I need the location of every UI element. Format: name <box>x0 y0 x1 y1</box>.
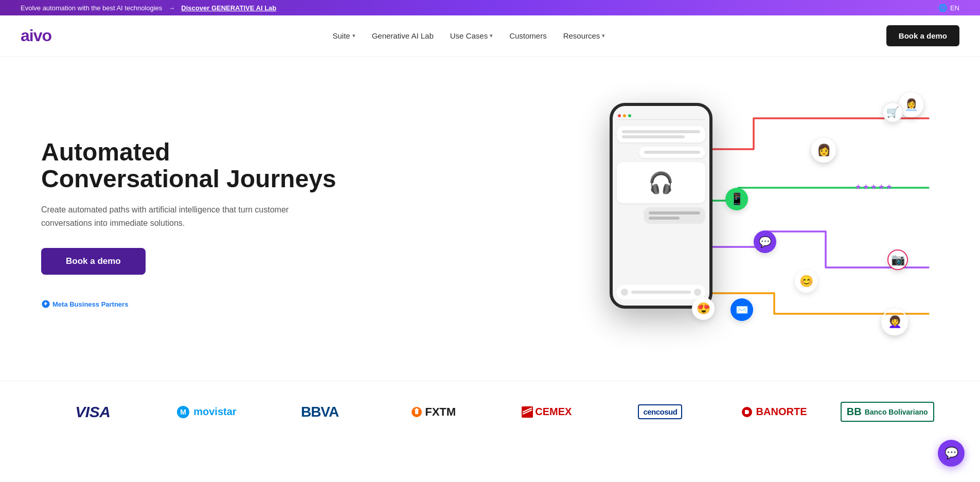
chevron-down-icon: ▾ <box>352 32 355 39</box>
chat-line <box>622 135 685 138</box>
chevron-down-icon: ▾ <box>602 32 605 39</box>
chat-line <box>649 217 680 220</box>
star-2: ★ <box>863 183 869 191</box>
nav-item-ai-lab[interactable]: Generative AI Lab <box>372 31 434 40</box>
hero-section: Automated Conversational Journeys Create… <box>0 57 980 381</box>
meta-logo: Meta Business Partners <box>41 299 128 309</box>
cemex-text: CEMEX <box>535 406 572 418</box>
messenger-symbol: ✉️ <box>736 304 749 316</box>
cencosud-logo: cencosud <box>638 404 682 419</box>
book-demo-button[interactable]: Book a demo <box>886 25 959 46</box>
phone-header <box>617 112 705 120</box>
fxtm-text: FXTM <box>425 405 456 419</box>
nav-link-customers[interactable]: Customers <box>509 31 547 40</box>
avatar-inner-2: 👩 <box>812 139 835 162</box>
movistar-icon: M <box>176 405 190 419</box>
phone-screen: 🎧 <box>613 106 709 306</box>
meta-icon <box>41 299 50 309</box>
nav-links: Suite ▾ Generative AI Lab Use Cases ▾ Cu… <box>332 31 605 40</box>
bolivariano-logo: BB Banco Bolivariano <box>841 402 934 422</box>
hero-illustration: 🎧 👩‍💼 👩 <box>579 87 949 360</box>
nav-link-use-cases[interactable]: Use Cases ▾ <box>450 31 493 40</box>
star-3: ★ <box>870 183 877 191</box>
product-bubble: 🎧 <box>617 162 705 203</box>
logo-bolivariano: BB Banco Bolivariano <box>835 402 939 422</box>
star-5: ★ <box>886 183 893 191</box>
smiley-icon: 😊 <box>799 275 813 288</box>
webchat-symbol: 💬 <box>759 236 772 248</box>
nav-link-ai-lab[interactable]: Generative AI Lab <box>372 31 434 40</box>
header-dot-red <box>618 114 621 117</box>
logo-banorte: BANORTE <box>722 406 826 418</box>
instagram-icon: 📷 <box>887 249 908 270</box>
instagram-symbol: 📷 <box>891 253 905 266</box>
header-dot-green <box>628 114 631 117</box>
avatar-inner-3: 👩‍🦱 <box>882 310 907 334</box>
navbar: aivo Suite ▾ Generative AI Lab Use Cases… <box>0 15 980 57</box>
star-4: ★ <box>878 183 885 191</box>
chat-line <box>649 211 700 215</box>
banorte-icon <box>741 406 753 418</box>
nav-link-suite[interactable]: Suite ▾ <box>332 31 355 40</box>
customer-avatar-2: 👩 <box>811 138 836 163</box>
logo-movistar: M movistar <box>155 405 258 419</box>
love-icon: 😍 <box>697 302 710 315</box>
chat-bubble-3 <box>644 207 705 224</box>
smiley-emoji: 😊 <box>795 270 817 293</box>
movistar-logo: M movistar <box>176 405 236 419</box>
logo[interactable]: aivo <box>21 26 51 45</box>
cemex-logo: CEMEX <box>522 406 572 418</box>
phone-mockup: 🎧 <box>610 103 712 309</box>
hero-subtitle: Create automated paths with artificial i… <box>41 203 309 229</box>
logos-grid: VISA M movistar BBVA FXTM <box>41 402 939 422</box>
hero-title: Automated Conversational Journeys <box>41 139 350 193</box>
bolivariano-bb: BB <box>847 406 862 418</box>
banner-text: Evolve automation with the best AI techn… <box>21 4 162 12</box>
airpods-icon: 🎧 <box>648 171 674 195</box>
logo-cencosud: cencosud <box>609 404 712 419</box>
action-dot <box>694 289 701 296</box>
meta-text: Meta Business Partners <box>52 300 128 308</box>
fxtm-logo: FXTM <box>411 405 456 419</box>
bbva-logo: BBVA <box>301 404 338 420</box>
nav-item-use-cases[interactable]: Use Cases ▾ <box>450 31 493 40</box>
visa-logo: VISA <box>75 403 110 421</box>
chevron-down-icon: ▾ <box>490 32 493 39</box>
chat-bubble-1 <box>617 126 705 142</box>
banorte-text: BANORTE <box>756 406 807 418</box>
whatsapp-icon: 📱 <box>725 188 748 210</box>
banner-arrow: → <box>168 4 175 12</box>
banner-right: 🌐 EN <box>938 4 959 12</box>
language-label[interactable]: EN <box>950 4 959 12</box>
logos-bar: VISA M movistar BBVA FXTM <box>0 381 980 442</box>
shopping-cart-icon: 🛒 <box>886 106 899 118</box>
logo-bbva: BBVA <box>268 404 371 420</box>
cart-icon: 🛒 <box>882 102 903 122</box>
svg-text:M: M <box>180 408 186 416</box>
top-banner: Evolve automation with the best AI techn… <box>0 0 980 15</box>
stars-rating: ★ ★ ★ ★ ★ <box>855 183 893 191</box>
chat-line <box>622 130 700 133</box>
nav-link-resources[interactable]: Resources ▾ <box>563 31 605 40</box>
globe-icon: 🌐 <box>938 4 947 12</box>
phone-bottom-bar <box>617 285 705 299</box>
hero-left: Automated Conversational Journeys Create… <box>41 139 350 309</box>
banner-left: Evolve automation with the best AI techn… <box>21 4 276 12</box>
star-1: ★ <box>855 183 862 191</box>
webchat-icon: 💬 <box>754 230 776 253</box>
messenger-icon: ✉️ <box>730 298 753 321</box>
customer-avatar-3: 👩‍🦱 <box>881 309 908 335</box>
logo-visa: VISA <box>41 403 145 421</box>
input-bar <box>631 291 691 294</box>
nav-item-customers[interactable]: Customers <box>509 31 547 40</box>
logo-cemex: CEMEX <box>495 406 599 418</box>
meta-badge: Meta Business Partners <box>41 299 350 309</box>
nav-item-suite[interactable]: Suite ▾ <box>332 31 355 40</box>
header-dot-yellow <box>623 114 626 117</box>
movistar-text: movistar <box>193 406 236 418</box>
nav-item-resources[interactable]: Resources ▾ <box>563 31 605 40</box>
banner-link[interactable]: Discover GENERATIVE AI Lab <box>181 4 276 12</box>
chat-bubble-2 <box>639 147 705 158</box>
fxtm-icon <box>411 406 423 418</box>
hero-cta-button[interactable]: Book a demo <box>41 248 146 275</box>
